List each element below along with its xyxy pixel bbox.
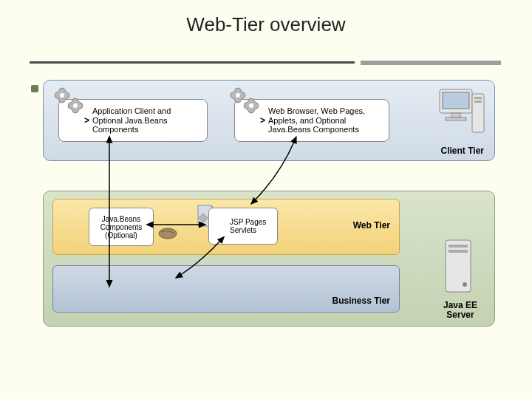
client-app-box: > Application Client and Optional Java.B… [58, 99, 208, 142]
client-app-text: Application Client and Optional Java.Bea… [92, 106, 207, 134]
business-tier-container: Business Tier [52, 265, 400, 313]
jsp-box: JSP Pages Servlets [208, 208, 278, 245]
business-tier-label: Business Tier [332, 296, 390, 306]
svg-point-2 [236, 93, 240, 98]
svg-rect-14 [449, 250, 468, 253]
client-web-text: Web Browser, Web Pages, Applets, and Opt… [268, 106, 389, 134]
pc-icon [435, 86, 487, 144]
client-tier-container: > Application Client and Optional Java.B… [43, 80, 495, 161]
svg-rect-7 [446, 117, 466, 120]
svg-point-15 [463, 282, 467, 287]
client-web-box: > Web Browser, Web Pages, Applets, and O… [234, 99, 389, 142]
slide: Web-Tier overview > Application Client a… [0, 0, 532, 399]
bean-icon [158, 228, 177, 239]
svg-point-3 [249, 103, 253, 108]
gear-icon [53, 86, 87, 119]
web-tier-label: Web Tier [353, 220, 390, 231]
svg-point-0 [60, 93, 64, 98]
svg-point-1 [73, 103, 78, 108]
client-tier-label: Client Tier [441, 146, 484, 156]
svg-rect-8 [472, 94, 484, 132]
gear-icon [229, 86, 263, 119]
diagram: > Application Client and Optional Java.B… [43, 80, 494, 332]
server-label: Java EE Server [431, 301, 490, 320]
slide-title: Web-Tier overview [0, 13, 532, 36]
svg-rect-5 [443, 92, 469, 109]
server-tower-icon [432, 228, 484, 310]
svg-rect-10 [474, 100, 482, 103]
bullet-icon [31, 85, 38, 92]
svg-rect-13 [449, 245, 468, 248]
javabeans-box: Java.Beans Components (Optional) [89, 208, 154, 246]
web-tier-container: Java.Beans Components (Optional) JSP Pag… [52, 199, 400, 255]
svg-rect-6 [451, 113, 460, 117]
divider-dark [30, 61, 355, 64]
divider-light [361, 61, 501, 65]
svg-rect-9 [474, 97, 482, 99]
server-container: Java.Beans Components (Optional) JSP Pag… [43, 191, 495, 327]
